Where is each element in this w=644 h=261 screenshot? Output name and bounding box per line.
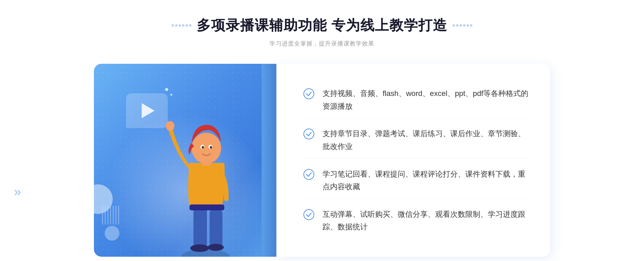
page-wrapper: 多项录播课辅助功能 专为线上教学打造 学习进度全掌握，提升录播课教学效果: [0, 0, 644, 261]
content-area: 支持视频、音频、flash、word、excel、ppt、pdf等各种格式的资源…: [94, 64, 550, 257]
check-icon-1: [303, 88, 314, 99]
svg-point-10: [202, 146, 204, 149]
feature-text-3: 学习笔记回看、课程提问、课程评论打分、课件资料下载，重点内容收藏: [323, 168, 529, 193]
outer-chevron-icon: »: [14, 184, 21, 199]
features-panel: 支持视频、音频、flash、word、excel、ppt、pdf等各种格式的资源…: [276, 64, 550, 257]
svg-rect-2: [210, 208, 222, 249]
person-figure: [155, 101, 257, 257]
feature-item-2: 支持章节目录、弹题考试、课后练习、课后作业、章节测验、批改作业: [303, 122, 529, 158]
svg-point-16: [304, 210, 314, 220]
check-icon-4: [303, 209, 314, 220]
svg-rect-12: [189, 204, 224, 210]
feature-text-4: 互动弹幕、试听购买、微信分享、观看次数限制、学习进度跟踪、数据统计: [323, 208, 529, 233]
bridge-piece: [262, 64, 276, 257]
page-title: 多项录播课辅助功能 专为线上教学打造: [197, 16, 447, 35]
title-dots-left: [172, 24, 191, 27]
header-section: 多项录播课辅助功能 专为线上教学打造 学习进度全掌握，提升录播课教学效果: [172, 16, 472, 48]
svg-point-11: [210, 146, 212, 149]
svg-point-6: [192, 133, 221, 164]
play-icon: [142, 103, 155, 118]
feature-text-2: 支持章节目录、弹题考试、课后练习、课后作业、章节测验、批改作业: [323, 127, 529, 153]
svg-point-3: [190, 244, 209, 252]
feature-item-1: 支持视频、音频、flash、word、excel、ppt、pdf等各种格式的资源…: [303, 82, 529, 118]
sparkle-decoration: [165, 88, 172, 96]
feature-item-4: 互动弹幕、试听购买、微信分享、观看次数限制、学习进度跟踪、数据统计: [303, 203, 529, 239]
title-row: 多项录播课辅助功能 专为线上教学打造: [172, 16, 472, 35]
svg-point-7: [166, 121, 174, 131]
svg-point-13: [304, 89, 314, 99]
illustration-panel: [94, 64, 276, 257]
svg-rect-1: [193, 206, 207, 249]
svg-point-4: [208, 244, 224, 251]
svg-point-14: [304, 129, 314, 139]
check-icon-2: [303, 128, 314, 140]
feature-text-1: 支持视频、音频、flash、word、excel、ppt、pdf等各种格式的资源…: [323, 87, 529, 113]
title-dots-right: [453, 24, 472, 27]
blue-circle-xs: [105, 226, 119, 241]
feature-item-3: 学习笔记回看、课程提问、课程评论打分、课件资料下载，重点内容收藏: [303, 162, 529, 199]
page-subtitle: 学习进度全掌握，提升录播课教学效果: [269, 40, 374, 48]
svg-point-15: [304, 169, 314, 180]
check-icon-3: [303, 169, 314, 180]
